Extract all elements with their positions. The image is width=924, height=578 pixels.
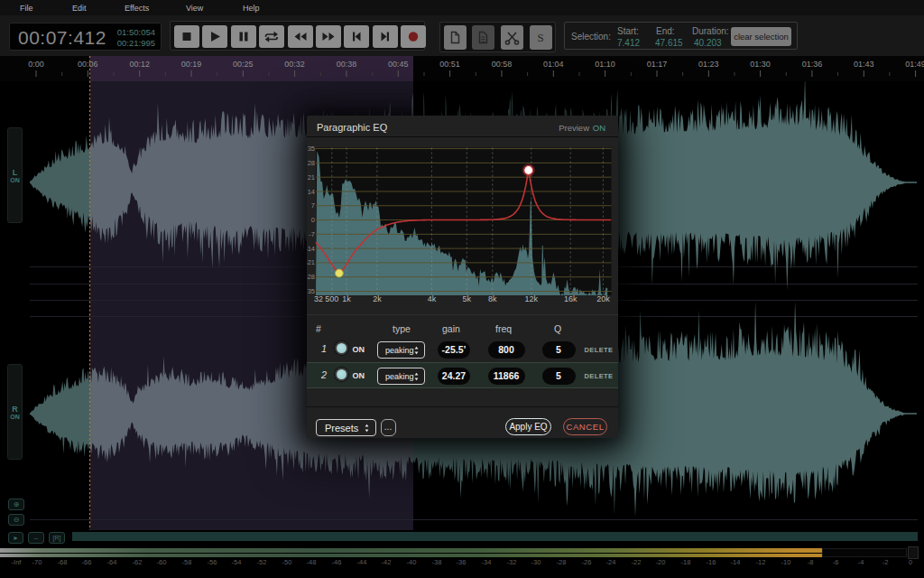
svg-text:00:38: 00:38 [337,60,357,69]
svg-text:20k: 20k [596,294,610,303]
svg-text:01:43: 01:43 [854,60,874,69]
svg-text:00:45: 00:45 [388,60,409,69]
svg-text:00:58: 00:58 [492,60,513,69]
svg-text:0: 0 [311,216,315,224]
svg-text:00:25: 00:25 [233,60,254,69]
svg-text:7: 7 [311,201,315,210]
svg-text:28: 28 [308,159,315,167]
svg-text:-7: -7 [309,230,315,238]
svg-text:-21: -21 [307,258,315,266]
svg-text:2k: 2k [373,294,382,303]
svg-text:35: 35 [308,144,315,153]
svg-text:01:04: 01:04 [543,60,564,69]
svg-text:16k: 16k [564,294,578,303]
svg-text:01:23: 01:23 [698,60,719,69]
svg-text:01:10: 01:10 [595,60,615,69]
svg-text:21: 21 [308,173,315,182]
svg-text:4k: 4k [428,294,437,303]
svg-text:01:49: 01:49 [905,60,924,69]
svg-text:00:32: 00:32 [284,60,305,69]
svg-text:12k: 12k [525,294,539,303]
svg-text:00:19: 00:19 [181,60,202,69]
svg-text:-28: -28 [307,273,315,281]
svg-text:-14: -14 [307,245,315,253]
svg-text:14: 14 [308,188,315,196]
svg-text:01:17: 01:17 [647,60,668,69]
svg-text:500: 500 [325,294,338,303]
svg-text:00:51: 00:51 [439,60,460,69]
svg-text:00:12: 00:12 [129,60,150,69]
svg-text:01:36: 01:36 [802,60,823,69]
svg-text:5k: 5k [463,294,472,303]
svg-text:8k: 8k [488,294,497,303]
svg-text:01:30: 01:30 [750,60,771,69]
svg-text:0:00: 0:00 [28,60,44,69]
svg-text:32: 32 [314,294,323,303]
svg-text:1k: 1k [342,294,351,303]
svg-text:00:06: 00:06 [78,60,98,69]
